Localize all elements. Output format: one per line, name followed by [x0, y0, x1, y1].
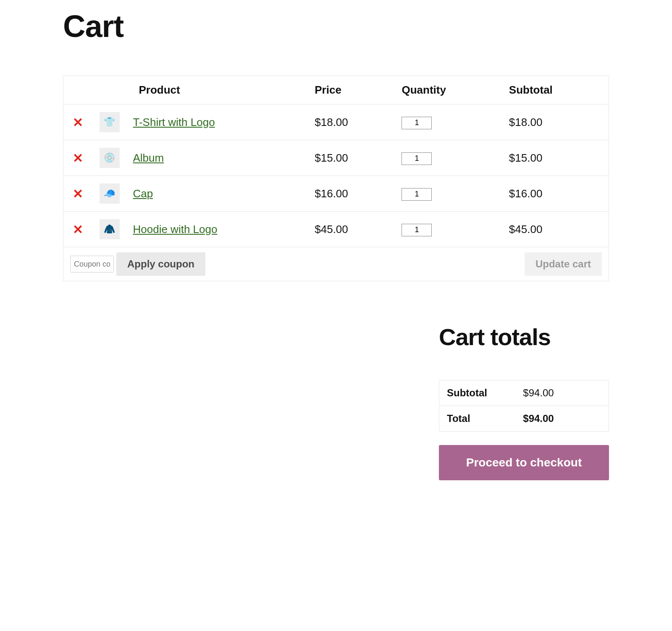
subtotal-label: Subtotal: [439, 380, 516, 406]
page-title: Cart: [63, 8, 609, 44]
product-thumbnail[interactable]: 🧥: [100, 219, 120, 239]
product-price: $15.00: [308, 140, 395, 176]
product-thumbnail[interactable]: 👕: [100, 112, 120, 132]
col-remove-header: [63, 76, 93, 105]
product-price: $16.00: [308, 176, 395, 212]
product-price: $18.00: [308, 105, 395, 140]
proceed-to-checkout-button[interactable]: Proceed to checkout: [439, 445, 609, 480]
actions-row: Apply coupon Update cart: [63, 247, 609, 281]
product-thumbnail[interactable]: 💿: [100, 148, 120, 168]
quantity-input[interactable]: [402, 152, 432, 165]
col-thumb-header: [93, 76, 126, 105]
table-row: ✕ 🧥 Hoodie with Logo $45.00 $45.00: [63, 212, 609, 247]
table-header-row: Product Price Quantity Subtotal: [63, 76, 609, 105]
product-subtotal: $16.00: [502, 176, 609, 212]
quantity-input[interactable]: [402, 117, 432, 129]
coupon-group: Apply coupon: [70, 252, 205, 276]
table-row: ✕ 👕 T-Shirt with Logo $18.00 $18.00: [63, 105, 609, 140]
table-row: ✕ 💿 Album $15.00 $15.00: [63, 140, 609, 176]
product-link[interactable]: T-Shirt with Logo: [133, 116, 215, 128]
product-link[interactable]: Album: [133, 152, 164, 164]
product-link[interactable]: Hoodie with Logo: [133, 223, 218, 236]
remove-icon[interactable]: ✕: [73, 115, 83, 130]
quantity-input[interactable]: [402, 188, 432, 201]
product-subtotal: $45.00: [502, 212, 609, 247]
update-cart-button[interactable]: Update cart: [525, 252, 602, 276]
product-link[interactable]: Cap: [133, 187, 153, 200]
total-label: Total: [439, 406, 516, 432]
col-product-header: Product: [126, 76, 308, 105]
apply-coupon-button[interactable]: Apply coupon: [116, 252, 205, 276]
product-subtotal: $18.00: [502, 105, 609, 140]
subtotal-row: Subtotal $94.00: [439, 380, 609, 406]
remove-icon[interactable]: ✕: [73, 186, 83, 201]
col-price-header: Price: [308, 76, 395, 105]
total-value: $94.00: [515, 406, 609, 432]
cart-totals-section: Cart totals Subtotal $94.00 Total $94.00…: [439, 323, 609, 480]
cart-totals-table: Subtotal $94.00 Total $94.00: [439, 380, 609, 432]
product-subtotal: $15.00: [502, 140, 609, 176]
remove-icon[interactable]: ✕: [73, 151, 83, 165]
col-quantity-header: Quantity: [395, 76, 502, 105]
table-row: ✕ 🧢 Cap $16.00 $16.00: [63, 176, 609, 212]
cart-totals-title: Cart totals: [439, 323, 609, 351]
cart-table: Product Price Quantity Subtotal ✕ 👕 T-Sh…: [63, 76, 609, 281]
product-price: $45.00: [308, 212, 395, 247]
remove-icon[interactable]: ✕: [73, 222, 83, 237]
total-row: Total $94.00: [439, 406, 609, 432]
coupon-input[interactable]: [70, 256, 114, 272]
product-thumbnail[interactable]: 🧢: [100, 183, 120, 204]
quantity-input[interactable]: [402, 224, 432, 236]
subtotal-value: $94.00: [515, 380, 609, 406]
col-subtotal-header: Subtotal: [502, 76, 609, 105]
